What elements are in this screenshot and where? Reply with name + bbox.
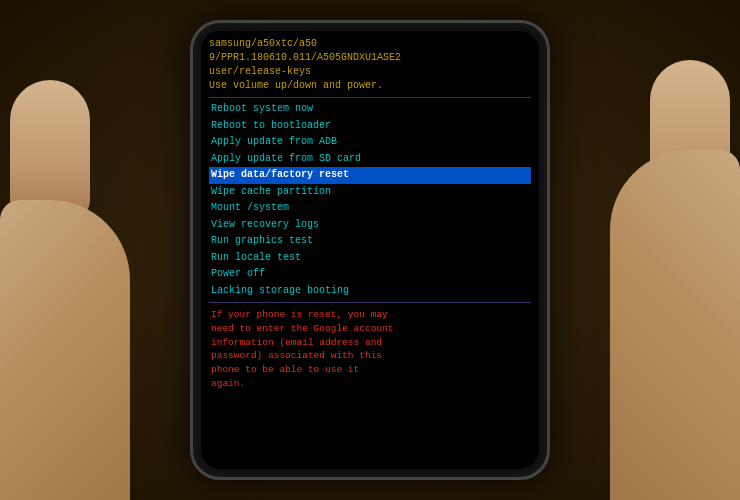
menu-item-mount-system[interactable]: Mount /system [209,200,531,217]
menu-item-wipe-factory[interactable]: Wipe data/factory reset [209,167,531,184]
phone: samsung/a50xtc/a50 9/PPR1.180610.011/A50… [190,20,550,480]
warning-line6: again. [211,378,245,389]
header-section: samsung/a50xtc/a50 9/PPR1.180610.011/A50… [209,37,531,93]
phone-screen: samsung/a50xtc/a50 9/PPR1.180610.011/A50… [201,31,539,469]
hand-left-fingers [10,80,90,220]
warning-line2: need to enter the Google account [211,323,393,334]
header-line4: Use volume up/down and power. [209,79,531,93]
warning-line3: information (email address and [211,337,382,348]
header-line3: user/release-keys [209,65,531,79]
recovery-menu: Reboot system now Reboot to bootloader A… [209,101,531,299]
menu-item-view-logs[interactable]: View recovery logs [209,217,531,234]
warning-line4: password) associated with this [211,350,382,361]
menu-item-apply-adb[interactable]: Apply update from ADB [209,134,531,151]
hand-left [0,200,130,500]
scene: samsung/a50xtc/a50 9/PPR1.180610.011/A50… [0,0,740,500]
menu-item-locale-test[interactable]: Run locale test [209,250,531,267]
warning-section: If your phone is reset, you may need to … [209,306,531,393]
hand-right [610,150,740,500]
header-line2: 9/PPR1.180610.011/A505GNDXU1ASE2 [209,51,531,65]
menu-item-wipe-cache[interactable]: Wipe cache partition [209,184,531,201]
divider-bottom [209,302,531,303]
header-line1: samsung/a50xtc/a50 [209,37,531,51]
menu-item-graphics-test[interactable]: Run graphics test [209,233,531,250]
menu-item-reboot-bootloader[interactable]: Reboot to bootloader [209,118,531,135]
menu-item-lacking-storage[interactable]: Lacking storage booting [209,283,531,300]
menu-item-apply-sd[interactable]: Apply update from SD card [209,151,531,168]
warning-line1: If your phone is reset, you may [211,309,388,320]
menu-item-reboot-system[interactable]: Reboot system now [209,101,531,118]
recovery-screen: samsung/a50xtc/a50 9/PPR1.180610.011/A50… [201,31,539,469]
warning-line5: phone to be able to use it [211,364,359,375]
menu-item-power-off[interactable]: Power off [209,266,531,283]
divider-top [209,97,531,98]
